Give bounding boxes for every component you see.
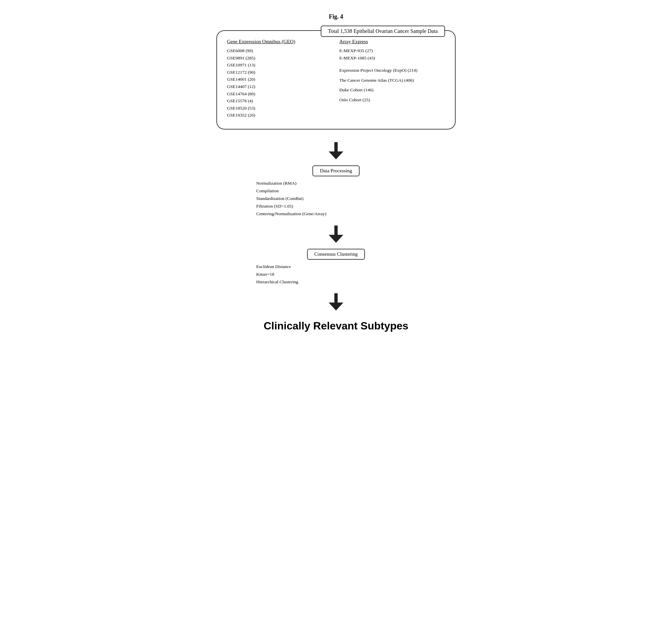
top-data-box: Total 1,538 Epithelial Ovarian Cancer Sa… bbox=[216, 30, 456, 129]
consensus-clustering-box: Consensus Clustering bbox=[307, 249, 365, 260]
arrow-3-svg bbox=[329, 293, 343, 310]
list-item: Standardization (ComBat) bbox=[256, 195, 469, 203]
list-item: GSE15578 (4) bbox=[227, 97, 333, 105]
list-item: GSE14764 (80) bbox=[227, 90, 333, 98]
svg-marker-1 bbox=[329, 151, 343, 159]
list-item: Euclidean Distance bbox=[256, 263, 469, 271]
list-item: GSE12172 (90) bbox=[227, 69, 333, 76]
other-sources: Expression Project Oncology (ExpO) (214)… bbox=[339, 66, 445, 104]
svg-rect-0 bbox=[334, 142, 338, 151]
list-item: Hierarchical Clustering bbox=[256, 278, 469, 286]
figure-title: Fig. 4 bbox=[329, 13, 343, 20]
final-output: Clinically Relevant Subtypes bbox=[264, 320, 408, 332]
list-item: E-MEXP-935 (27) bbox=[339, 47, 445, 54]
list-item: Oslo Cohort (25) bbox=[339, 96, 445, 104]
data-processing-section: Data Processing Normalization (RMA)Compi… bbox=[203, 166, 469, 220]
svg-marker-5 bbox=[329, 303, 343, 310]
top-box-header: Total 1,538 Epithelial Ovarian Cancer Sa… bbox=[321, 26, 445, 37]
data-processing-box: Data Processing bbox=[312, 166, 359, 176]
list-item: GSE19352 (20) bbox=[227, 111, 333, 119]
list-item: The Cancer Genome Atlas (TCGA) (406) bbox=[339, 76, 445, 85]
array-express-column: Array Express E-MEXP-935 (27)E-MEXP-1085… bbox=[339, 39, 445, 119]
list-item: GSE14001 (20) bbox=[227, 76, 333, 83]
list-item: GSE9891 (285) bbox=[227, 54, 333, 62]
page-container: Fig. 4 Total 1,538 Epithelial Ovarian Ca… bbox=[203, 13, 469, 332]
arrow-2 bbox=[329, 223, 343, 246]
geo-datasets: GSE6008 (99)GSE9891 (285)GSE10971 (13)GS… bbox=[227, 47, 333, 119]
array-express-heading: Array Express bbox=[339, 39, 445, 45]
list-item: GSE18520 (53) bbox=[227, 105, 333, 112]
list-item: Filtration (SD>1.05) bbox=[256, 203, 469, 210]
data-processing-details: Normalization (RMA)CompilationStandardiz… bbox=[203, 180, 469, 218]
list-item: GSE10971 (13) bbox=[227, 61, 333, 69]
consensus-clustering-details: Euclidean DistanceKmax=18Hierarchical Cl… bbox=[203, 263, 469, 286]
list-item: Expression Project Oncology (ExpO) (214) bbox=[339, 66, 445, 75]
arrow-1-svg bbox=[329, 142, 343, 159]
list-item: Kmax=18 bbox=[256, 271, 469, 278]
arrow-1 bbox=[329, 140, 343, 162]
array-express-datasets: E-MEXP-935 (27)E-MEXP-1085 (43) bbox=[339, 47, 445, 61]
list-item: Duke Cohort (146) bbox=[339, 86, 445, 94]
list-item: GSE6008 (99) bbox=[227, 47, 333, 54]
list-item: Normalization (RMA) bbox=[256, 180, 469, 187]
svg-rect-2 bbox=[334, 226, 338, 235]
geo-heading: Gene Expression Omnibus (GEO) bbox=[227, 39, 333, 45]
list-item: Centering/Normalization (Gene/Array) bbox=[256, 210, 469, 218]
svg-marker-3 bbox=[329, 235, 343, 243]
list-item: GSE14407 (12) bbox=[227, 83, 333, 90]
list-item: Compilation bbox=[256, 187, 469, 195]
list-item: E-MEXP-1085 (43) bbox=[339, 54, 445, 62]
arrow-2-svg bbox=[329, 226, 343, 243]
arrow-3 bbox=[329, 291, 343, 313]
two-column-layout: Gene Expression Omnibus (GEO) GSE6008 (9… bbox=[227, 39, 445, 119]
svg-rect-4 bbox=[334, 293, 338, 303]
consensus-clustering-section: Consensus Clustering Euclidean DistanceK… bbox=[203, 249, 469, 287]
geo-column: Gene Expression Omnibus (GEO) GSE6008 (9… bbox=[227, 39, 333, 119]
